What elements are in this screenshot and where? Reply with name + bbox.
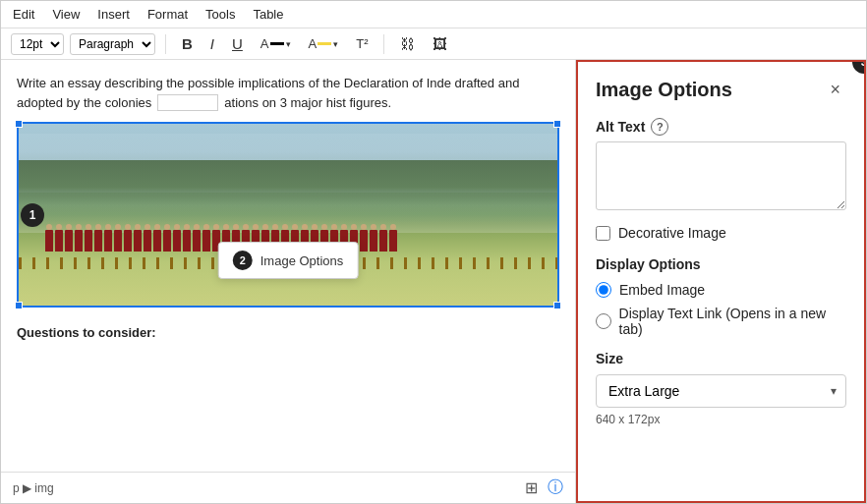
font-color-swatch bbox=[270, 42, 284, 45]
panel-close-button[interactable]: × bbox=[824, 78, 846, 102]
link-icon: ⛓ bbox=[400, 35, 415, 52]
info-icon[interactable]: ⓘ bbox=[548, 477, 563, 498]
table-icon[interactable]: ⊞ bbox=[525, 478, 538, 497]
menu-insert[interactable]: Insert bbox=[97, 7, 130, 22]
size-select-wrapper: Extra Large Large Medium Small ▾ bbox=[596, 374, 846, 408]
status-bar: p ▶ img ⊞ ⓘ bbox=[1, 472, 575, 503]
font-size-select[interactable]: 12pt 10pt 14pt 18pt bbox=[11, 33, 64, 55]
font-color-chevron: ▾ bbox=[286, 39, 291, 49]
menu-tools[interactable]: Tools bbox=[205, 7, 235, 22]
menu-edit[interactable]: Edit bbox=[13, 7, 34, 22]
highlight-button[interactable]: A ▾ bbox=[303, 33, 345, 54]
alt-text-help-icon[interactable]: ? bbox=[651, 118, 668, 136]
highlight-label: A bbox=[309, 36, 318, 51]
image-container[interactable]: 1 bbox=[17, 122, 559, 308]
decorative-image-checkbox[interactable] bbox=[596, 226, 610, 241]
highlight-chevron: ▾ bbox=[333, 39, 338, 49]
resize-handle-tr[interactable] bbox=[553, 120, 561, 128]
status-right: ⊞ ⓘ bbox=[525, 477, 563, 498]
underline-button[interactable]: U bbox=[226, 32, 249, 55]
decorative-image-row: Decorative Image bbox=[596, 225, 846, 241]
badge-1: 1 bbox=[21, 203, 44, 227]
separator-1 bbox=[165, 34, 166, 54]
size-title: Size bbox=[596, 351, 846, 366]
alt-text-input[interactable] bbox=[596, 141, 846, 210]
font-color-label: A bbox=[260, 36, 269, 51]
embed-image-label[interactable]: Embed Image bbox=[619, 282, 705, 298]
badge-3: 3 bbox=[852, 60, 866, 74]
text-link-radio[interactable] bbox=[596, 313, 611, 329]
size-select[interactable]: Extra Large Large Medium Small bbox=[596, 374, 846, 408]
display-options-title: Display Options bbox=[596, 256, 846, 272]
status-left: p ▶ img bbox=[13, 481, 54, 495]
superscript-button[interactable]: T² bbox=[350, 33, 374, 54]
alt-text-label: Alt Text bbox=[596, 119, 645, 135]
separator-2 bbox=[383, 34, 384, 54]
size-dimensions: 640 x 172px bbox=[596, 413, 846, 426]
menu-format[interactable]: Format bbox=[147, 7, 188, 22]
panel-header: Image Options × bbox=[596, 78, 846, 102]
image-icon: 🖼 bbox=[433, 35, 447, 52]
main-container: Edit View Insert Format Tools Table 12pt… bbox=[0, 0, 867, 504]
menu-bar: Edit View Insert Format Tools Table bbox=[1, 1, 866, 28]
image-options-tooltip[interactable]: 2 Image Options bbox=[218, 242, 359, 279]
font-size-group: 12pt 10pt 14pt 18pt bbox=[11, 33, 64, 55]
link-button[interactable]: ⛓ bbox=[394, 32, 421, 55]
paragraph-select[interactable]: Paragraph Heading 1 Heading 2 bbox=[70, 33, 155, 55]
editor-text: Write an essay describing the possible i… bbox=[17, 74, 559, 112]
tooltip-label: Image Options bbox=[260, 253, 344, 268]
resize-handle-br[interactable] bbox=[553, 302, 561, 309]
questions-label: Questions to consider: bbox=[17, 325, 559, 340]
italic-button[interactable]: I bbox=[204, 32, 220, 55]
bold-button[interactable]: B bbox=[176, 32, 199, 55]
alt-text-section: Alt Text ? bbox=[596, 118, 846, 136]
image-button[interactable]: 🖼 bbox=[427, 32, 453, 55]
embed-image-row: Embed Image bbox=[596, 282, 846, 298]
content-wrapper: Write an essay describing the possible i… bbox=[1, 60, 866, 503]
resize-handle-bl[interactable] bbox=[15, 302, 23, 309]
panel-title: Image Options bbox=[596, 79, 732, 101]
resize-handle-tl[interactable] bbox=[15, 120, 23, 128]
decorative-image-label[interactable]: Decorative Image bbox=[618, 225, 726, 241]
toolbar: 12pt 10pt 14pt 18pt Paragraph Heading 1 … bbox=[1, 28, 866, 60]
embed-image-radio[interactable] bbox=[596, 282, 611, 298]
highlight-swatch bbox=[318, 42, 331, 45]
text-link-row: Display Text Link (Opens in a new tab) bbox=[596, 306, 846, 337]
menu-table[interactable]: Table bbox=[253, 7, 283, 22]
text-link-label[interactable]: Display Text Link (Opens in a new tab) bbox=[619, 306, 846, 337]
font-color-button[interactable]: A ▾ bbox=[255, 33, 297, 54]
image-options-panel: 3 Image Options × Alt Text ? Decorative … bbox=[576, 60, 866, 503]
menu-view[interactable]: View bbox=[52, 7, 80, 22]
editor-area[interactable]: Write an essay describing the possible i… bbox=[1, 60, 576, 503]
status-path: p ▶ img bbox=[13, 481, 54, 495]
tooltip-badge-2: 2 bbox=[233, 251, 253, 270]
paragraph-group: Paragraph Heading 1 Heading 2 bbox=[70, 33, 155, 55]
